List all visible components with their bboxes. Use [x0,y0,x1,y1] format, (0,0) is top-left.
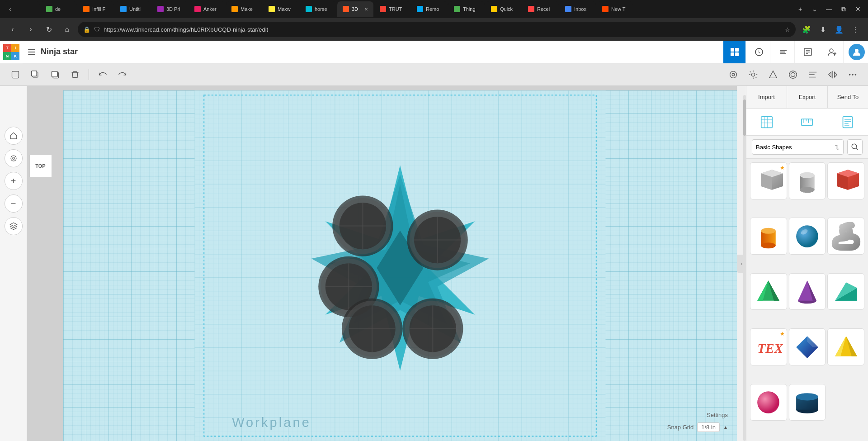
add-user-button[interactable] [821,41,844,63]
canvas-area[interactable]: Workplane Settings Snap Grid 1/8 in ▲ [27,86,737,441]
forward-button[interactable]: › [24,22,38,37]
snap-grid-up[interactable]: ▲ [723,425,728,430]
undo-button[interactable] [94,66,111,83]
import-button[interactable]: Import [746,86,787,108]
activity-button[interactable] [748,41,770,63]
hamburger-button[interactable] [23,41,41,63]
tinkercad-logo[interactable]: T I N K [0,41,23,63]
header-actions [723,41,868,63]
mirror-button[interactable] [825,66,841,83]
tab-list-button[interactable]: ⌄ [808,3,821,15]
grid-tab[interactable] [753,111,780,133]
camera-button[interactable] [725,66,741,83]
shapes-category-dropdown[interactable]: Basic Shapes ⇅ [752,139,844,155]
shape-green-pyramid[interactable] [750,273,787,310]
export-button[interactable]: Export [787,86,828,108]
design-canvas[interactable]: Workplane [63,90,737,441]
home-button[interactable]: ⌂ [60,22,74,37]
grid-view-button[interactable] [723,41,746,63]
tab-t2[interactable]: Infill F [78,1,114,17]
toolbar-separator-1 [89,69,89,80]
extensions-button[interactable]: 🧩 [799,22,814,37]
refresh-button[interactable]: ↻ [42,22,56,37]
new-tab-button[interactable]: + [794,3,807,15]
svg-point-105 [761,228,776,234]
workplane-label: Workplane [232,415,311,430]
home-view-button[interactable] [5,127,23,145]
back-button[interactable]: ‹ [5,22,20,37]
tab-t10[interactable]: TRUT [374,1,410,17]
tab-t11[interactable]: Remo [411,1,448,17]
tab-t14[interactable]: Recei [523,1,559,17]
lessons-button[interactable] [797,41,819,63]
more-button[interactable] [844,66,861,83]
download-button[interactable]: ⬇ [816,22,830,37]
star-icon-2: ★ [780,331,785,337]
copy-button[interactable] [27,66,43,83]
shape-red-box[interactable] [827,162,864,199]
tab-t12[interactable]: Thing [448,1,485,17]
zoom-in-button[interactable]: + [5,172,23,190]
user-avatar-button[interactable] [845,41,868,63]
send-to-button[interactable]: Send To [828,86,868,108]
logo-i: I [11,44,19,52]
duplicate-button[interactable] [47,66,63,83]
cut-button[interactable] [7,66,24,83]
notes-tab[interactable] [834,111,861,133]
tab-t15[interactable]: Inbox [560,1,596,17]
svg-point-14 [855,49,859,52]
svg-point-127 [796,393,818,400]
tab-t3[interactable]: Untitl [115,1,151,17]
tab-t13[interactable]: Quick [486,1,522,17]
shape-yellow-pyramid[interactable] [827,328,864,365]
tab-t16[interactable]: New T [597,1,633,17]
tab-t9[interactable]: 3D ✕ [337,1,373,17]
address-bar[interactable]: 🔒 🛡 https://www.tinkercad.com/things/hL0… [78,22,796,37]
shapes-header: Basic Shapes ⇅ [746,136,868,159]
code-button[interactable] [772,41,795,63]
maximize-button[interactable]: ⧉ [837,3,850,15]
tab-t6[interactable]: Make [226,1,262,17]
ruler-tab[interactable] [793,111,821,133]
shape-orange-cylinder[interactable] [750,218,787,255]
close-tab-icon[interactable]: ✕ [364,7,368,12]
shape-twisted[interactable] [827,218,864,255]
fit-view-button[interactable] [5,149,23,167]
view-label: TOP [29,155,52,177]
logo-k: K [11,52,19,60]
shape-box[interactable]: ★ [750,162,787,199]
shape-text[interactable]: ★ TEXT [750,328,787,365]
panel-collapse-button[interactable]: › [737,255,746,273]
shape-blue-diamond[interactable] [789,328,826,365]
svg-rect-17 [32,71,37,76]
shape-sphere[interactable] [789,218,826,255]
toolbar [0,63,868,86]
profile-button[interactable]: 👤 [832,22,846,37]
align-button[interactable] [805,66,821,83]
circle-tool-button[interactable] [785,66,801,83]
tab-t1[interactable]: de [41,1,77,17]
minimize-button[interactable]: — [823,3,835,15]
shape-blue-dark[interactable] [789,384,826,421]
shape-pink-sphere[interactable] [750,384,787,421]
tab-back[interactable]: ‹ [4,1,40,17]
perspective-button[interactable] [5,217,23,235]
tab-t5[interactable]: Anker [189,1,225,17]
shape-purple-cone[interactable] [789,273,826,310]
avatar [849,44,865,60]
redo-button[interactable] [114,66,131,83]
light-button[interactable] [745,66,761,83]
menu-button[interactable]: ⋮ [848,22,863,37]
search-shapes-button[interactable] [847,139,863,155]
tab-t4[interactable]: 3D Pri [152,1,188,17]
svg-rect-1 [28,52,35,52]
close-window-button[interactable]: ✕ [852,3,864,15]
delete-button[interactable] [67,66,83,83]
tab-t7[interactable]: Maxw [263,1,299,17]
shape-teal-wedge[interactable] [827,273,864,310]
settings-button[interactable]: Settings [707,412,728,418]
zoom-out-button[interactable]: − [5,194,23,213]
shape-button[interactable] [765,66,781,83]
tab-t8[interactable]: horse [300,1,336,17]
shape-cylinder[interactable] [789,162,826,199]
